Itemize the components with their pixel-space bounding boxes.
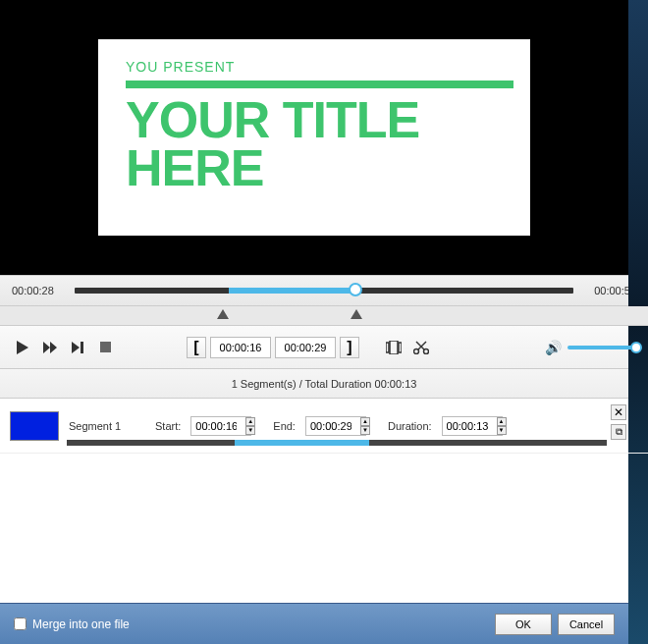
segment-range-slider[interactable] [67, 440, 607, 446]
slide-divider [126, 80, 513, 88]
end-up[interactable]: ▲ [360, 417, 370, 426]
marker-bar [0, 306, 648, 326]
svg-rect-7 [399, 343, 402, 352]
segment-thumbnail[interactable] [10, 411, 59, 441]
volume-thumb[interactable] [630, 342, 642, 353]
set-out-point-button[interactable]: ] [340, 337, 359, 358]
out-marker[interactable] [351, 309, 362, 319]
merge-label: Merge into one file [32, 617, 130, 631]
delete-segment-button[interactable]: ✕ [611, 404, 626, 420]
preview-slide: YOU PRESENT YOUR TITLE HERE [98, 39, 530, 236]
timeline-playhead[interactable] [349, 283, 362, 296]
slide-subtitle: YOU PRESENT [126, 59, 503, 75]
summary-text: 1 Segment(s) / Total Duration 00:00:13 [232, 378, 417, 390]
clip-start-field[interactable] [210, 337, 271, 358]
svg-rect-4 [81, 342, 83, 353]
copy-segment-button[interactable]: ⧉ [611, 424, 626, 440]
segment-duration-field[interactable] [442, 416, 503, 436]
svg-rect-5 [100, 342, 111, 352]
end-label: End: [273, 420, 296, 432]
segment-summary: 1 Segment(s) / Total Duration 00:00:13 [0, 369, 648, 399]
svg-marker-1 [43, 342, 50, 353]
fast-forward-button[interactable] [39, 337, 61, 358]
playback-controls: [ ] 🔊 [0, 326, 648, 369]
start-down[interactable]: ▼ [245, 426, 255, 435]
cancel-button[interactable]: Cancel [558, 614, 615, 635]
dialog-footer: Merge into one file OK Cancel [0, 603, 628, 644]
svg-point-10 [424, 349, 429, 353]
segment-start-field[interactable] [190, 416, 251, 436]
svg-rect-8 [390, 341, 398, 354]
timeline-bar: 00:00:28 00:00:51 [0, 275, 648, 306]
svg-marker-0 [17, 341, 28, 354]
set-in-point-button[interactable]: [ [187, 337, 206, 358]
segment-list: Segment 1 Start: ▲▼ End: ▲▼ Duration: ▲▼… [0, 399, 648, 595]
duration-label: Duration: [388, 420, 432, 432]
clip-range-controls: [ ] [187, 337, 359, 358]
next-frame-button[interactable] [67, 337, 88, 358]
start-label: Start: [155, 420, 181, 432]
ok-button[interactable]: OK [495, 614, 552, 635]
crop-button[interactable] [383, 337, 405, 358]
merge-checkbox-wrap[interactable]: Merge into one file [14, 617, 130, 631]
slide-title: YOUR TITLE HERE [126, 96, 503, 193]
merge-checkbox[interactable] [14, 617, 27, 630]
video-preview-area: YOU PRESENT YOUR TITLE HERE [0, 0, 628, 275]
stop-button[interactable] [94, 337, 116, 358]
segment-range-selection [235, 440, 370, 446]
svg-marker-2 [50, 342, 57, 353]
segment-row: Segment 1 Start: ▲▼ End: ▲▼ Duration: ▲▼… [0, 399, 648, 454]
end-down[interactable]: ▼ [360, 426, 370, 435]
volume-icon: 🔊 [545, 340, 562, 355]
start-up[interactable]: ▲ [245, 417, 255, 426]
timeline-track[interactable] [75, 288, 573, 294]
svg-marker-3 [72, 342, 80, 353]
timeline-selection [229, 288, 353, 294]
dur-down[interactable]: ▼ [497, 426, 507, 435]
in-marker[interactable] [217, 309, 229, 319]
current-time: 00:00:28 [12, 285, 65, 296]
svg-point-9 [414, 349, 419, 353]
volume-slider[interactable] [567, 346, 636, 349]
segment-end-field[interactable] [305, 416, 366, 436]
clip-end-field[interactable] [275, 337, 336, 358]
segment-name: Segment 1 [69, 420, 137, 432]
svg-rect-6 [386, 343, 389, 352]
play-button[interactable] [12, 337, 33, 358]
cut-button[interactable] [410, 337, 432, 358]
dur-up[interactable]: ▲ [497, 417, 507, 426]
